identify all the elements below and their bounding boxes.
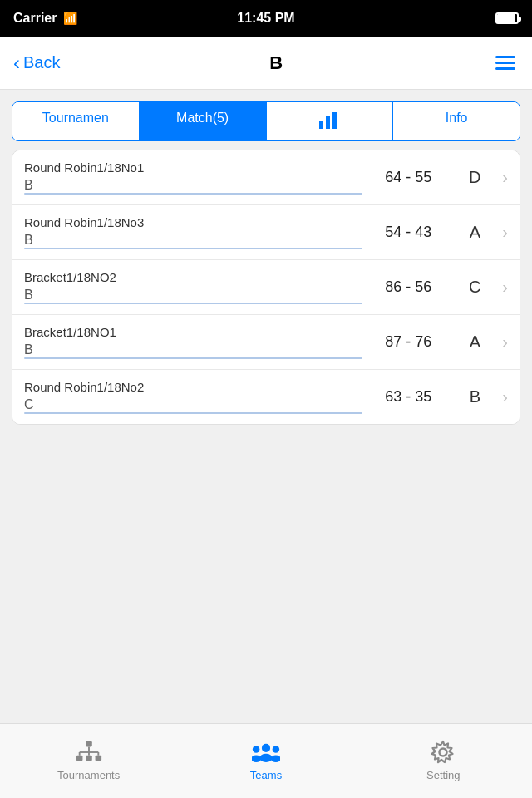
table-row[interactable]: Round Robin1/18No2 C 63 - 35 B › bbox=[12, 370, 520, 424]
svg-point-16 bbox=[273, 746, 280, 753]
back-chevron-icon: ‹ bbox=[13, 53, 20, 73]
setting-icon bbox=[429, 741, 457, 764]
svg-point-15 bbox=[252, 755, 261, 762]
wifi-icon: 📶 bbox=[63, 12, 77, 25]
bottom-tab-tournaments[interactable]: Tournaments bbox=[0, 724, 177, 798]
match-score-2: 54 - 43 bbox=[362, 224, 454, 241]
match-team-4: B bbox=[24, 342, 362, 359]
menu-line-1 bbox=[495, 56, 515, 58]
match-score-1: 64 - 55 bbox=[362, 169, 454, 186]
table-row[interactable]: Round Robin1/18No1 B 64 - 55 D › bbox=[12, 150, 520, 205]
tab-chart[interactable] bbox=[267, 102, 394, 140]
status-bar: Carrier 📶 11:45 PM bbox=[0, 0, 532, 37]
match-score-5: 63 - 35 bbox=[362, 388, 454, 406]
tab-match[interactable]: Match(5) bbox=[140, 102, 267, 140]
chevron-right-icon: › bbox=[502, 223, 508, 242]
back-button[interactable]: ‹ Back bbox=[13, 53, 60, 73]
bottom-tab-setting[interactable]: Setting bbox=[355, 724, 532, 798]
match-list: Round Robin1/18No1 B 64 - 55 D › Round R… bbox=[12, 150, 520, 425]
tab-match-label: Match(5) bbox=[176, 111, 229, 125]
chevron-right-icon: › bbox=[502, 278, 508, 297]
battery-area bbox=[495, 12, 519, 24]
match-opponent-2: A bbox=[454, 223, 495, 242]
table-row[interactable]: Round Robin1/18No3 B 54 - 43 A › bbox=[12, 205, 520, 260]
match-score-3: 86 - 56 bbox=[362, 278, 454, 296]
match-round-2: Round Robin1/18No3 bbox=[24, 215, 362, 229]
carrier-label: Carrier bbox=[13, 11, 57, 26]
bottom-tab-setting-label: Setting bbox=[426, 769, 460, 781]
bottom-tab-teams-label: Teams bbox=[250, 769, 282, 781]
match-info-5: Round Robin1/18No2 C bbox=[24, 380, 362, 414]
svg-rect-5 bbox=[86, 756, 92, 761]
match-round-1: Round Robin1/18No1 bbox=[24, 160, 362, 175]
chevron-right-icon: › bbox=[502, 387, 508, 406]
match-opponent-1: D bbox=[454, 168, 495, 187]
match-info-1: Round Robin1/18No1 B bbox=[24, 160, 362, 195]
tournaments-icon bbox=[75, 741, 103, 764]
table-row[interactable]: Bracket1/18NO2 B 86 - 56 C › bbox=[12, 260, 520, 315]
chart-icon bbox=[318, 111, 341, 129]
chevron-right-icon: › bbox=[502, 332, 508, 352]
svg-rect-6 bbox=[95, 756, 101, 761]
match-round-4: Bracket1/18NO1 bbox=[24, 325, 362, 339]
match-team-2: B bbox=[24, 233, 362, 249]
page-title: B bbox=[269, 52, 283, 74]
svg-point-17 bbox=[271, 755, 280, 762]
chevron-right-icon: › bbox=[502, 168, 508, 187]
table-row[interactable]: Bracket1/18NO1 B 87 - 76 A › bbox=[12, 315, 520, 370]
svg-rect-3 bbox=[86, 741, 92, 747]
match-team-3: B bbox=[24, 288, 362, 304]
svg-point-18 bbox=[440, 749, 447, 756]
bottom-tab-tournaments-label: Tournaments bbox=[57, 769, 120, 781]
match-info-4: Bracket1/18NO1 B bbox=[24, 325, 362, 359]
back-label: Back bbox=[23, 53, 60, 72]
svg-rect-0 bbox=[319, 121, 323, 129]
svg-point-12 bbox=[262, 744, 270, 752]
nav-bar: ‹ Back B bbox=[0, 37, 532, 90]
status-time: 11:45 PM bbox=[237, 11, 294, 26]
svg-point-14 bbox=[253, 746, 260, 753]
match-info-2: Round Robin1/18No3 B bbox=[24, 215, 362, 249]
svg-rect-4 bbox=[76, 756, 83, 761]
battery-icon bbox=[495, 12, 519, 24]
match-round-3: Bracket1/18NO2 bbox=[24, 270, 362, 284]
menu-button[interactable] bbox=[492, 52, 519, 73]
bottom-tab-teams[interactable]: Teams bbox=[177, 724, 354, 798]
match-team-1: B bbox=[24, 178, 362, 195]
svg-point-13 bbox=[259, 754, 272, 762]
tab-info-label: Info bbox=[446, 111, 468, 125]
tab-bar: Tournamen Match(5) Info bbox=[12, 101, 520, 141]
match-opponent-5: B bbox=[454, 387, 495, 406]
tab-info[interactable]: Info bbox=[393, 102, 520, 140]
menu-line-3 bbox=[495, 67, 515, 70]
match-score-4: 87 - 76 bbox=[362, 333, 454, 351]
match-opponent-3: C bbox=[454, 278, 495, 297]
match-team-5: C bbox=[24, 397, 362, 414]
match-round-5: Round Robin1/18No2 bbox=[24, 380, 362, 394]
svg-rect-1 bbox=[326, 116, 330, 129]
teams-icon bbox=[252, 741, 280, 764]
match-opponent-4: A bbox=[454, 332, 495, 352]
tab-tournaments[interactable]: Tournamen bbox=[12, 102, 140, 140]
menu-line-2 bbox=[495, 62, 515, 64]
bottom-bar: Tournaments Teams Setting bbox=[0, 723, 532, 798]
match-info-3: Bracket1/18NO2 B bbox=[24, 270, 362, 304]
svg-rect-2 bbox=[332, 112, 337, 129]
tab-tournaments-label: Tournamen bbox=[42, 111, 109, 125]
